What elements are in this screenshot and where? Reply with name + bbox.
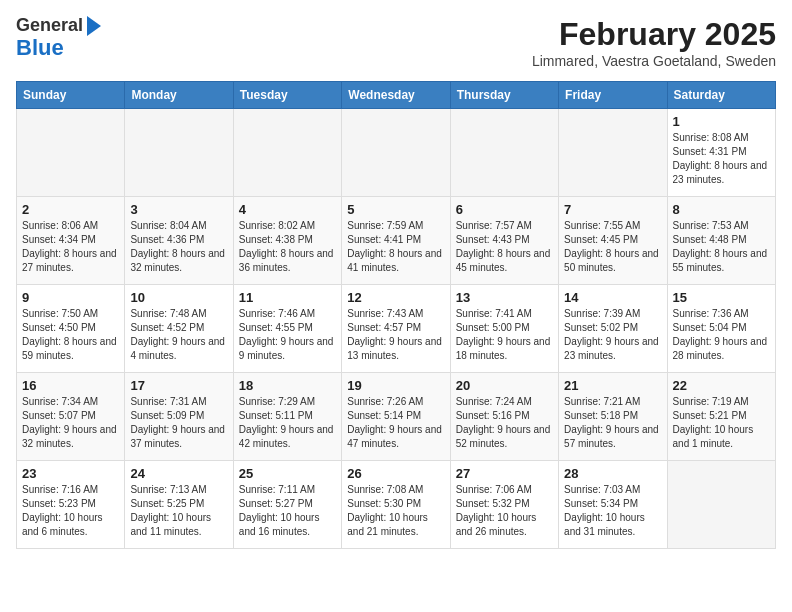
day-info: Sunrise: 7:50 AM Sunset: 4:50 PM Dayligh… <box>22 307 119 363</box>
calendar-cell: 3Sunrise: 8:04 AM Sunset: 4:36 PM Daylig… <box>125 197 233 285</box>
logo-arrow-icon <box>87 16 101 36</box>
day-info: Sunrise: 7:24 AM Sunset: 5:16 PM Dayligh… <box>456 395 553 451</box>
calendar-cell: 22Sunrise: 7:19 AM Sunset: 5:21 PM Dayli… <box>667 373 775 461</box>
calendar-cell <box>233 109 341 197</box>
calendar-cell: 26Sunrise: 7:08 AM Sunset: 5:30 PM Dayli… <box>342 461 450 549</box>
day-info: Sunrise: 7:46 AM Sunset: 4:55 PM Dayligh… <box>239 307 336 363</box>
day-info: Sunrise: 7:41 AM Sunset: 5:00 PM Dayligh… <box>456 307 553 363</box>
day-number: 20 <box>456 378 553 393</box>
day-number: 1 <box>673 114 770 129</box>
calendar-week-row: 1Sunrise: 8:08 AM Sunset: 4:31 PM Daylig… <box>17 109 776 197</box>
day-number: 28 <box>564 466 661 481</box>
calendar-cell: 15Sunrise: 7:36 AM Sunset: 5:04 PM Dayli… <box>667 285 775 373</box>
day-number: 16 <box>22 378 119 393</box>
logo-blue-text: Blue <box>16 36 64 60</box>
day-number: 3 <box>130 202 227 217</box>
day-info: Sunrise: 7:53 AM Sunset: 4:48 PM Dayligh… <box>673 219 770 275</box>
day-info: Sunrise: 7:57 AM Sunset: 4:43 PM Dayligh… <box>456 219 553 275</box>
weekday-header-monday: Monday <box>125 82 233 109</box>
day-number: 14 <box>564 290 661 305</box>
day-number: 5 <box>347 202 444 217</box>
title-area: February 2025 Limmared, Vaestra Goetalan… <box>532 16 776 69</box>
day-number: 9 <box>22 290 119 305</box>
day-info: Sunrise: 7:26 AM Sunset: 5:14 PM Dayligh… <box>347 395 444 451</box>
day-info: Sunrise: 7:21 AM Sunset: 5:18 PM Dayligh… <box>564 395 661 451</box>
day-info: Sunrise: 8:04 AM Sunset: 4:36 PM Dayligh… <box>130 219 227 275</box>
calendar-cell <box>342 109 450 197</box>
calendar-week-row: 9Sunrise: 7:50 AM Sunset: 4:50 PM Daylig… <box>17 285 776 373</box>
calendar-cell: 6Sunrise: 7:57 AM Sunset: 4:43 PM Daylig… <box>450 197 558 285</box>
day-info: Sunrise: 7:59 AM Sunset: 4:41 PM Dayligh… <box>347 219 444 275</box>
day-info: Sunrise: 7:36 AM Sunset: 5:04 PM Dayligh… <box>673 307 770 363</box>
calendar-cell: 25Sunrise: 7:11 AM Sunset: 5:27 PM Dayli… <box>233 461 341 549</box>
day-info: Sunrise: 7:43 AM Sunset: 4:57 PM Dayligh… <box>347 307 444 363</box>
calendar-cell: 19Sunrise: 7:26 AM Sunset: 5:14 PM Dayli… <box>342 373 450 461</box>
calendar-cell: 18Sunrise: 7:29 AM Sunset: 5:11 PM Dayli… <box>233 373 341 461</box>
day-number: 12 <box>347 290 444 305</box>
calendar-cell <box>17 109 125 197</box>
day-info: Sunrise: 7:08 AM Sunset: 5:30 PM Dayligh… <box>347 483 444 539</box>
calendar-cell: 5Sunrise: 7:59 AM Sunset: 4:41 PM Daylig… <box>342 197 450 285</box>
logo-general-text: General <box>16 16 83 36</box>
day-info: Sunrise: 8:08 AM Sunset: 4:31 PM Dayligh… <box>673 131 770 187</box>
day-number: 24 <box>130 466 227 481</box>
calendar-cell <box>667 461 775 549</box>
calendar-cell <box>450 109 558 197</box>
day-info: Sunrise: 7:06 AM Sunset: 5:32 PM Dayligh… <box>456 483 553 539</box>
calendar-cell: 7Sunrise: 7:55 AM Sunset: 4:45 PM Daylig… <box>559 197 667 285</box>
day-info: Sunrise: 7:19 AM Sunset: 5:21 PM Dayligh… <box>673 395 770 451</box>
weekday-header-sunday: Sunday <box>17 82 125 109</box>
day-number: 23 <box>22 466 119 481</box>
calendar-cell: 27Sunrise: 7:06 AM Sunset: 5:32 PM Dayli… <box>450 461 558 549</box>
calendar-cell <box>559 109 667 197</box>
location-title: Limmared, Vaestra Goetaland, Sweden <box>532 53 776 69</box>
day-number: 8 <box>673 202 770 217</box>
day-info: Sunrise: 8:02 AM Sunset: 4:38 PM Dayligh… <box>239 219 336 275</box>
calendar-cell: 23Sunrise: 7:16 AM Sunset: 5:23 PM Dayli… <box>17 461 125 549</box>
day-number: 11 <box>239 290 336 305</box>
weekday-header-thursday: Thursday <box>450 82 558 109</box>
calendar-cell: 4Sunrise: 8:02 AM Sunset: 4:38 PM Daylig… <box>233 197 341 285</box>
logo: General Blue <box>16 16 101 60</box>
weekday-header-row: SundayMondayTuesdayWednesdayThursdayFrid… <box>17 82 776 109</box>
calendar-cell: 16Sunrise: 7:34 AM Sunset: 5:07 PM Dayli… <box>17 373 125 461</box>
calendar-cell: 11Sunrise: 7:46 AM Sunset: 4:55 PM Dayli… <box>233 285 341 373</box>
day-info: Sunrise: 7:34 AM Sunset: 5:07 PM Dayligh… <box>22 395 119 451</box>
day-number: 7 <box>564 202 661 217</box>
calendar-cell: 14Sunrise: 7:39 AM Sunset: 5:02 PM Dayli… <box>559 285 667 373</box>
day-number: 6 <box>456 202 553 217</box>
calendar-cell: 20Sunrise: 7:24 AM Sunset: 5:16 PM Dayli… <box>450 373 558 461</box>
day-info: Sunrise: 7:55 AM Sunset: 4:45 PM Dayligh… <box>564 219 661 275</box>
day-number: 17 <box>130 378 227 393</box>
calendar-cell: 28Sunrise: 7:03 AM Sunset: 5:34 PM Dayli… <box>559 461 667 549</box>
day-info: Sunrise: 7:48 AM Sunset: 4:52 PM Dayligh… <box>130 307 227 363</box>
calendar-cell <box>125 109 233 197</box>
day-number: 2 <box>22 202 119 217</box>
calendar-table: SundayMondayTuesdayWednesdayThursdayFrid… <box>16 81 776 549</box>
calendar-cell: 9Sunrise: 7:50 AM Sunset: 4:50 PM Daylig… <box>17 285 125 373</box>
calendar-cell: 13Sunrise: 7:41 AM Sunset: 5:00 PM Dayli… <box>450 285 558 373</box>
day-number: 25 <box>239 466 336 481</box>
calendar-cell: 24Sunrise: 7:13 AM Sunset: 5:25 PM Dayli… <box>125 461 233 549</box>
day-number: 21 <box>564 378 661 393</box>
calendar-cell: 8Sunrise: 7:53 AM Sunset: 4:48 PM Daylig… <box>667 197 775 285</box>
calendar-week-row: 23Sunrise: 7:16 AM Sunset: 5:23 PM Dayli… <box>17 461 776 549</box>
weekday-header-wednesday: Wednesday <box>342 82 450 109</box>
day-number: 10 <box>130 290 227 305</box>
day-info: Sunrise: 7:39 AM Sunset: 5:02 PM Dayligh… <box>564 307 661 363</box>
day-info: Sunrise: 7:03 AM Sunset: 5:34 PM Dayligh… <box>564 483 661 539</box>
day-info: Sunrise: 7:31 AM Sunset: 5:09 PM Dayligh… <box>130 395 227 451</box>
calendar-week-row: 16Sunrise: 7:34 AM Sunset: 5:07 PM Dayli… <box>17 373 776 461</box>
day-info: Sunrise: 7:29 AM Sunset: 5:11 PM Dayligh… <box>239 395 336 451</box>
day-number: 22 <box>673 378 770 393</box>
day-number: 15 <box>673 290 770 305</box>
day-number: 27 <box>456 466 553 481</box>
calendar-cell: 21Sunrise: 7:21 AM Sunset: 5:18 PM Dayli… <box>559 373 667 461</box>
calendar-cell: 17Sunrise: 7:31 AM Sunset: 5:09 PM Dayli… <box>125 373 233 461</box>
day-number: 26 <box>347 466 444 481</box>
calendar-week-row: 2Sunrise: 8:06 AM Sunset: 4:34 PM Daylig… <box>17 197 776 285</box>
calendar-cell: 2Sunrise: 8:06 AM Sunset: 4:34 PM Daylig… <box>17 197 125 285</box>
day-number: 4 <box>239 202 336 217</box>
day-info: Sunrise: 8:06 AM Sunset: 4:34 PM Dayligh… <box>22 219 119 275</box>
day-info: Sunrise: 7:13 AM Sunset: 5:25 PM Dayligh… <box>130 483 227 539</box>
